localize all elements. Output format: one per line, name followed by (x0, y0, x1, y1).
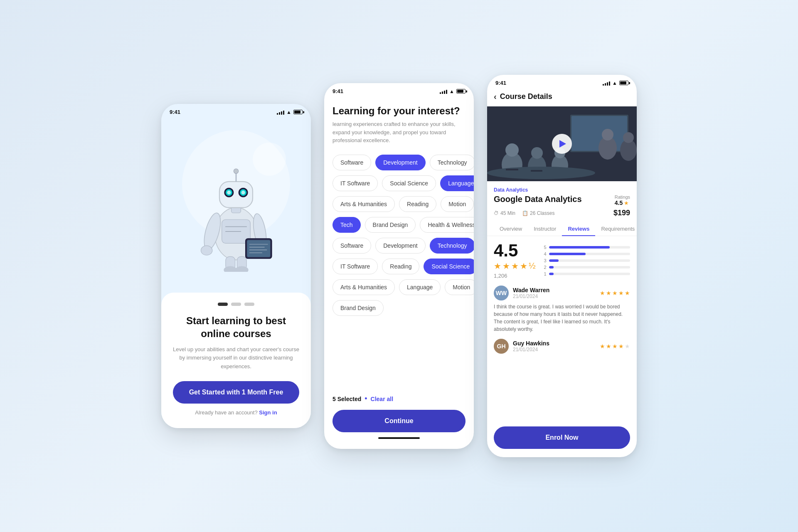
reviews-list: WW Wade Warren 21/01/2024 ★★★★★ I think … (494, 286, 630, 354)
duration-meta: ⏱ 45 Min (494, 210, 515, 216)
phone-interests: 9:41 ▲ Learning for your interest? learn… (324, 83, 474, 449)
tag-4-0[interactable]: Software (332, 238, 371, 254)
bar-row-3: 3 (542, 258, 630, 263)
course-video[interactable] (487, 106, 637, 181)
play-button[interactable] (552, 134, 572, 154)
tag-4-1[interactable]: Development (375, 238, 426, 254)
star-icon: ★ (624, 200, 629, 206)
already-account-text: Already have an account? Sign in (173, 409, 299, 416)
tag-6-2[interactable]: Motion (445, 279, 474, 295)
tag-4-2[interactable]: Technology (430, 238, 474, 254)
interests-content: Learning for your interest? learning exp… (324, 97, 474, 394)
tags-row-5: IT SoftwareReadingSocial Science (332, 259, 466, 274)
tag-2-2[interactable]: Motion (441, 196, 474, 212)
rating-overview: 4.5 ★ ★ ★ ★ ½ 1,206 5 4 (494, 242, 630, 279)
bar-num-2: 2 (542, 265, 547, 270)
selected-info: 5 Selected • Clear all (332, 394, 466, 403)
reviewer-date-0: 21/01/2024 (513, 293, 549, 299)
sign-in-link[interactable]: Sign in (259, 409, 277, 416)
svg-rect-18 (247, 240, 270, 257)
tab-requirements[interactable]: Requirements (595, 222, 637, 236)
tag-5-2[interactable]: Social Science (424, 259, 474, 274)
tag-1-0[interactable]: IT Software (332, 175, 378, 191)
tag-1-1[interactable]: Social Science (382, 175, 436, 191)
bar-num-1: 1 (542, 271, 547, 276)
tag-5-1[interactable]: Reading (382, 259, 419, 274)
rev-star-0-1: ★ (606, 290, 611, 296)
status-icons-3: ▲ (603, 80, 628, 86)
bar-row-1: 1 (542, 271, 630, 276)
phone3-footer: Enrol Now (487, 421, 637, 457)
back-arrow-icon[interactable]: ‹ (494, 92, 497, 101)
tags-row-2: Arts & HumanitiesReadingMotion (332, 196, 466, 212)
time-2: 9:41 (332, 88, 343, 94)
rev-star-0-0: ★ (600, 290, 605, 296)
tag-2-1[interactable]: Reading (399, 196, 436, 212)
bar-track-2 (549, 266, 630, 268)
enrol-now-button[interactable]: Enrol Now (494, 426, 630, 449)
wifi-icon-2: ▲ (449, 89, 454, 94)
dot-2 (231, 303, 241, 306)
rev-star-1-0: ★ (600, 343, 605, 350)
reviewer-name-1: Guy Hawkins (513, 340, 549, 347)
svg-point-11 (241, 190, 245, 194)
bar-num-3: 3 (542, 258, 547, 263)
bar-track-3 (549, 259, 630, 262)
clear-all-button[interactable]: Clear all (371, 396, 393, 402)
tag-0-0[interactable]: Software (332, 155, 371, 170)
tab-instructor[interactable]: Instructor (528, 222, 562, 236)
tag-5-0[interactable]: IT Software (332, 259, 378, 274)
tab-reviews[interactable]: Reviews (562, 222, 595, 236)
svg-point-13 (234, 169, 238, 173)
signal-icon-2 (440, 89, 447, 94)
reviewer-date-1: 21/01/2024 (513, 347, 549, 352)
rating-number: 4.5 (615, 200, 623, 206)
get-started-button[interactable]: Get Started with 1 Month Free (173, 381, 299, 404)
tags-row-6: Arts & HumanitiesLanguageMotion (332, 279, 466, 295)
interests-subtitle: learning experiences crafted to enhance … (332, 120, 466, 145)
svg-rect-42 (531, 170, 542, 172)
continue-button[interactable]: Continue (332, 410, 466, 432)
tag-3-0[interactable]: Tech (332, 217, 361, 233)
tag-3-2[interactable]: Health & Wellness (420, 217, 474, 233)
onboarding-subtitle: Level up your abilities and chart your c… (173, 345, 299, 371)
dot-1 (218, 303, 228, 306)
dot-indicators (173, 303, 299, 306)
course-info: Data Analytics Google Data Analytics Rat… (487, 181, 637, 217)
tags-row-4: SoftwareDevelopmentTechnology (332, 238, 466, 254)
svg-point-36 (487, 167, 595, 179)
star-half: ½ (529, 261, 536, 271)
avatar-0: WW (494, 286, 509, 300)
svg-rect-41 (506, 169, 518, 170)
tags-row-0: SoftwareDevelopmentTechnology (332, 155, 466, 170)
tag-6-0[interactable]: Arts & Humanities (332, 279, 395, 295)
rev-star-0-4: ★ (625, 290, 630, 296)
reviewer-name-0: Wade Warren (513, 287, 549, 293)
tag-0-1[interactable]: Development (375, 155, 426, 170)
reviews-area: 4.5 ★ ★ ★ ★ ½ 1,206 5 4 (487, 236, 637, 421)
tags-row-7: Brand Design (332, 300, 466, 316)
tag-6-1[interactable]: Language (399, 279, 441, 295)
tag-0-2[interactable]: Technology (430, 155, 474, 170)
bar-track-4 (549, 253, 630, 255)
dot-3 (244, 303, 254, 306)
battery-icon-2 (456, 89, 466, 94)
star-4: ★ (520, 261, 527, 271)
avatar-1: GH (494, 339, 509, 354)
stars-display: ★ ★ ★ ★ ½ (494, 261, 536, 271)
tags-grid: SoftwareDevelopmentTechnologyIT Software… (332, 155, 466, 316)
price-tag: $199 (613, 209, 630, 217)
rev-star-0-2: ★ (612, 290, 618, 296)
course-details-content: ‹ Course Details (487, 89, 637, 421)
tag-2-0[interactable]: Arts & Humanities (332, 196, 395, 212)
svg-point-38 (602, 129, 613, 140)
tab-overview[interactable]: Overview (494, 222, 528, 236)
tag-7-0[interactable]: Brand Design (332, 300, 384, 316)
classes-value: 26 Classes (530, 210, 554, 216)
bar-num-5: 5 (542, 245, 547, 250)
ratings-label: Ratings (615, 195, 630, 200)
tags-row-1: IT SoftwareSocial ScienceLanguage (332, 175, 466, 191)
tag-3-1[interactable]: Brand Design (365, 217, 416, 233)
tag-1-2[interactable]: Language (440, 175, 474, 191)
time-3: 9:41 (495, 80, 506, 86)
